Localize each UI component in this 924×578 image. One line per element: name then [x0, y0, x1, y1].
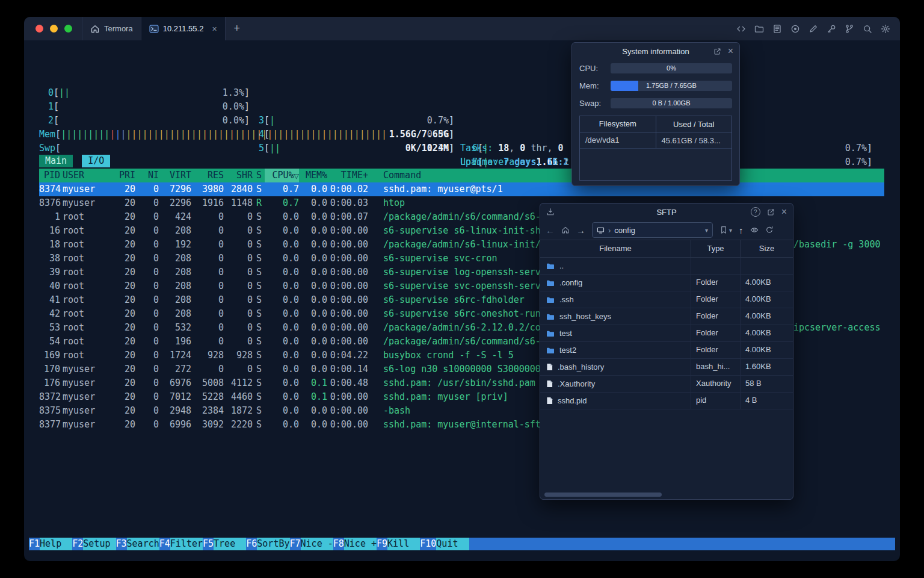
file-size: 4.00KB [740, 275, 793, 291]
forward-icon[interactable] [576, 226, 585, 235]
file-row[interactable]: .XauthorityXauthority58 B [540, 376, 793, 393]
open-in-window-icon[interactable] [713, 48, 721, 55]
file-row[interactable]: .configFolder4.00KB [540, 275, 793, 291]
column-header-ni[interactable]: NI [135, 169, 159, 183]
key-icon[interactable] [827, 24, 836, 34]
column-header-mem[interactable]: MEM% [299, 169, 327, 183]
column-header-virt[interactable]: VIRT [159, 169, 191, 183]
fkey-label[interactable]: Nice + [344, 538, 377, 550]
column-header-pid[interactable]: PID [39, 169, 60, 183]
fkey-f1[interactable]: F1 [29, 538, 40, 550]
fkey-label[interactable]: Tree [214, 538, 246, 550]
branch-icon[interactable] [845, 24, 854, 34]
cell-time: 0:00.00 [327, 252, 368, 266]
cell-s: S [253, 224, 265, 238]
file-row[interactable]: .bash_historybash_hi...1.60KB [540, 359, 793, 376]
fkey-label[interactable]: Kill [387, 538, 420, 550]
htop-tab-main[interactable]: Main [39, 155, 73, 167]
file-row[interactable]: sshd.pidpid4 B [540, 393, 793, 409]
cell-s: S [253, 182, 265, 196]
fkey-f2[interactable]: F2 [72, 538, 83, 550]
fkey-label[interactable]: Nice - [301, 538, 333, 550]
fkey-label[interactable]: Setup [83, 538, 116, 550]
fs-row[interactable]: /dev/vda145.61GB / 58.3... [580, 132, 732, 149]
file-row[interactable]: test2Folder4.00KB [540, 342, 793, 359]
parent-directory-icon[interactable] [739, 226, 744, 235]
home-icon[interactable] [561, 226, 570, 234]
column-header-cpu[interactable]: CPU%▽ [265, 169, 299, 183]
column-header-time[interactable]: TIME+ [327, 169, 368, 183]
file-row[interactable]: .sshFolder4.00KB [540, 291, 793, 308]
fkey-f8[interactable]: F8 [333, 538, 344, 550]
sysinfo-gauges: CPU:0%Mem:1.75GB / 7.65GBSwap:0 B / 1.00… [572, 60, 739, 112]
back-icon[interactable] [546, 226, 555, 235]
cell-virt: 7296 [159, 182, 191, 196]
fkey-label[interactable]: SortBy [257, 538, 289, 550]
open-in-window-icon[interactable] [767, 208, 775, 216]
bookmarks-button[interactable] [719, 226, 732, 234]
cell-time: 0:00.02 [327, 182, 368, 196]
column-header-shr[interactable]: SHR [224, 169, 253, 183]
zoom-window-button[interactable] [64, 25, 72, 33]
log-icon[interactable] [772, 24, 782, 34]
process-table-header[interactable]: PIDUSERPRINIVIRTRESSHRSCPU%▽MEM%TIME+Com… [39, 169, 884, 182]
close-sysinfo-icon[interactable] [728, 46, 733, 56]
fkey-f10[interactable]: F10 [420, 538, 436, 550]
process-row[interactable]: 8374myuser200729639802840S0.70.00:00.02s… [39, 182, 884, 196]
download-icon[interactable] [546, 208, 555, 216]
edit-icon[interactable] [808, 24, 818, 34]
fkey-f3[interactable]: F3 [116, 538, 127, 550]
fkey-f7[interactable]: F7 [290, 538, 301, 550]
column-header-s[interactable]: S [253, 169, 265, 183]
horizontal-scrollbar[interactable] [542, 492, 791, 497]
code-icon[interactable] [736, 24, 746, 34]
bookmark-icon [719, 226, 728, 234]
close-sftp-icon[interactable] [781, 207, 787, 217]
cell-s: R [253, 196, 265, 210]
search-icon[interactable] [863, 24, 872, 34]
cell-res: 2384 [191, 404, 224, 418]
record-icon[interactable] [790, 24, 800, 34]
minimize-window-button[interactable] [50, 25, 58, 33]
tab-termora-home[interactable]: Termora [82, 17, 141, 40]
path-breadcrumb[interactable]: config [592, 222, 713, 238]
cell-s: S [253, 404, 265, 418]
file-size [740, 258, 793, 274]
file-column-header-size[interactable]: Size [740, 240, 793, 257]
home-icon [90, 24, 100, 34]
file-row[interactable]: .. [540, 258, 793, 275]
new-tab-button[interactable] [226, 17, 249, 40]
file-row[interactable]: testFolder4.00KB [540, 325, 793, 342]
settings-icon[interactable] [881, 24, 890, 34]
fkey-f5[interactable]: F5 [203, 538, 214, 550]
file-column-header-filename[interactable]: Filename [540, 240, 691, 257]
fkey-label[interactable]: Search [127, 538, 159, 550]
fkey-label[interactable]: Quit [436, 538, 469, 550]
column-header-user[interactable]: USER [60, 169, 114, 183]
fs-column-header[interactable]: Filesystem [580, 116, 656, 132]
chevron-down-icon[interactable] [705, 227, 708, 234]
cell-user: myuser [60, 390, 114, 404]
close-tab-icon[interactable] [212, 25, 217, 33]
fkey-label[interactable]: Help [40, 538, 72, 550]
show-hidden-eye-icon[interactable] [750, 226, 759, 234]
file-row[interactable]: ssh_host_keysFolder4.00KB [540, 308, 793, 325]
cell-res: 0 [191, 321, 224, 335]
file-table-header[interactable]: FilenameTypeSize [540, 240, 793, 258]
fkey-f4[interactable]: F4 [159, 538, 170, 550]
fs-column-header[interactable]: Used / Total [656, 120, 732, 129]
help-icon[interactable] [751, 207, 760, 217]
column-header-pri[interactable]: PRI [114, 169, 135, 183]
fkey-f9[interactable]: F9 [377, 538, 387, 550]
fkey-f6[interactable]: F6 [246, 538, 257, 550]
tab-ssh-session[interactable]: 10.211.55.2 [141, 17, 226, 40]
close-window-button[interactable] [35, 25, 43, 33]
file-column-header-type[interactable]: Type [691, 240, 740, 257]
column-header-res[interactable]: RES [191, 169, 224, 183]
refresh-icon[interactable] [765, 226, 774, 234]
scrollbar-thumb[interactable] [544, 493, 662, 497]
folder-icon[interactable] [754, 24, 764, 34]
fkey-label[interactable]: Filter [170, 538, 203, 550]
htop-tab-io[interactable]: I/O [82, 155, 110, 167]
cell-res: 0 [191, 238, 224, 252]
